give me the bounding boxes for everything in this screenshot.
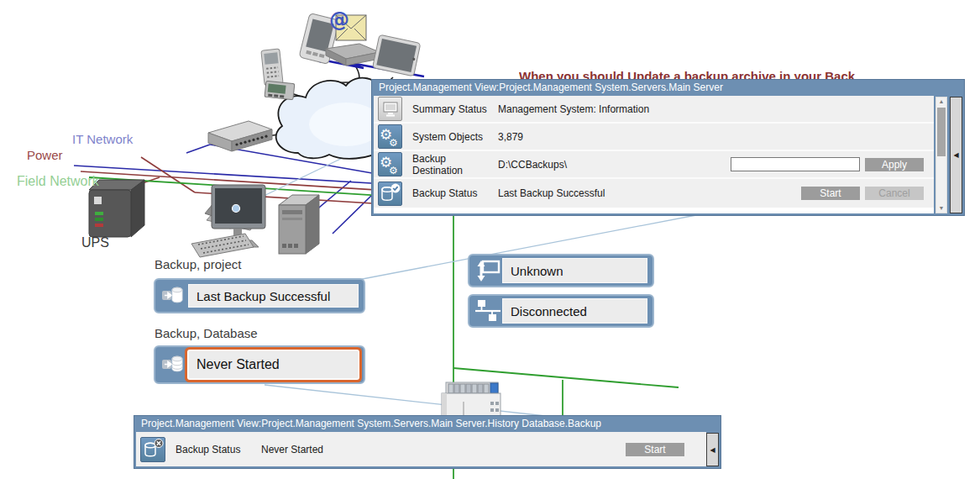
- ups-label: UPS: [81, 235, 109, 250]
- network-topology-icon: [474, 298, 502, 324]
- history-database-popup-title: Project.Management View:Project.Manageme…: [136, 416, 719, 432]
- svg-text:@: @: [329, 8, 349, 32]
- main-server-popup: Project.Management View:Project.Manageme…: [372, 80, 964, 215]
- database-x-icon[interactable]: [140, 437, 165, 462]
- scroll-down-icon[interactable]: ▼: [936, 204, 946, 213]
- svg-text:⚙: ⚙: [389, 137, 398, 148]
- scroll-up-icon[interactable]: ▲: [936, 97, 946, 106]
- backup-project-label: Backup, project: [155, 257, 241, 271]
- backup-database-status-value: Never Started: [188, 350, 359, 379]
- backup-project-status-box[interactable]: Last Backup Successful: [154, 278, 365, 313]
- backup-destination-input[interactable]: [731, 157, 860, 171]
- backup-database-label: Backup, Database: [155, 326, 258, 340]
- database-arrow-icon: [160, 352, 188, 377]
- scada-network-view: @: [0, 0, 980, 479]
- start-button[interactable]: Start: [801, 187, 860, 200]
- row-value: Management System: Information: [498, 103, 649, 115]
- main-server-popup-body: Summary Status Management System: Inform…: [374, 96, 934, 213]
- database-check-icon[interactable]: [378, 182, 402, 206]
- apply-button[interactable]: Apply: [865, 158, 924, 171]
- cancel-button[interactable]: Cancel: [865, 187, 924, 200]
- vertical-scrollbar[interactable]: ▲ ▼: [935, 97, 947, 213]
- monitor-sync-icon: [474, 258, 502, 283]
- main-server-popup-title: Project.Management View:Project.Manageme…: [374, 80, 962, 96]
- row-label: Backup Destination: [412, 153, 498, 176]
- collapse-handle[interactable]: ◀: [950, 97, 962, 213]
- it-network-label: IT Network: [72, 132, 133, 146]
- scrollbar-thumb[interactable]: [937, 108, 946, 156]
- history-database-popup-body: Backup Status Never Started Start: [136, 432, 706, 466]
- backup-project-status-value: Last Backup Successful: [188, 284, 359, 308]
- backup-status-row: Backup Status Never Started Start: [136, 432, 706, 466]
- summary-status-row: Summary Status Management System: Inform…: [374, 96, 934, 124]
- mobile-phone-icon: [261, 49, 283, 86]
- backup-database-status-box[interactable]: Never Started: [154, 345, 365, 384]
- row-value: Never Started: [261, 444, 323, 455]
- row-value: D:\CCBackups\: [498, 159, 567, 171]
- row-value: Last Backup Successful: [498, 187, 605, 199]
- tower-pc-icon: [279, 195, 319, 254]
- chevron-left-icon: ◀: [953, 151, 958, 159]
- row-label: Backup Status: [176, 444, 261, 455]
- clipped-note-text: When you should Update a backup archive …: [519, 70, 855, 79]
- row-value: 3,879: [498, 131, 523, 143]
- unknown-status-box[interactable]: Unknown: [468, 254, 654, 287]
- unknown-status-value: Unknown: [502, 258, 647, 283]
- power-label: Power: [27, 148, 63, 162]
- database-arrow-icon: [160, 283, 188, 308]
- backup-destination-row: ⚙ ⚙ Backup Destination D:\CCBackups\ App…: [374, 151, 934, 179]
- connector-endpoint-dot: [233, 205, 240, 213]
- disconnected-status-box[interactable]: Disconnected: [468, 294, 654, 328]
- start-button[interactable]: Start: [626, 443, 684, 456]
- row-label: Backup Status: [412, 187, 498, 199]
- keyboard-icon: [191, 234, 254, 257]
- gears-icon[interactable]: ⚙ ⚙: [378, 152, 402, 176]
- svg-text:⚙: ⚙: [389, 165, 398, 176]
- gears-icon[interactable]: ⚙ ⚙: [378, 124, 402, 149]
- collapse-handle[interactable]: ◀: [706, 433, 719, 466]
- disconnected-status-value: Disconnected: [502, 298, 647, 324]
- pager-icon: [265, 81, 295, 99]
- row-label: Summary Status: [412, 103, 498, 115]
- network-switch-icon: [208, 121, 272, 151]
- history-database-popup: Project.Management View:Project.Manageme…: [134, 416, 721, 468]
- field-network-label: Field Network: [17, 174, 99, 189]
- backup-status-row: Backup Status Last Backup Successful Sta…: [374, 179, 934, 208]
- chevron-left-icon: ◀: [710, 446, 715, 454]
- system-objects-row: ⚙ ⚙ System Objects 3,879: [374, 124, 934, 151]
- computer-icon[interactable]: [378, 97, 402, 121]
- tablet-icon: [373, 34, 421, 76]
- row-label: System Objects: [412, 131, 498, 143]
